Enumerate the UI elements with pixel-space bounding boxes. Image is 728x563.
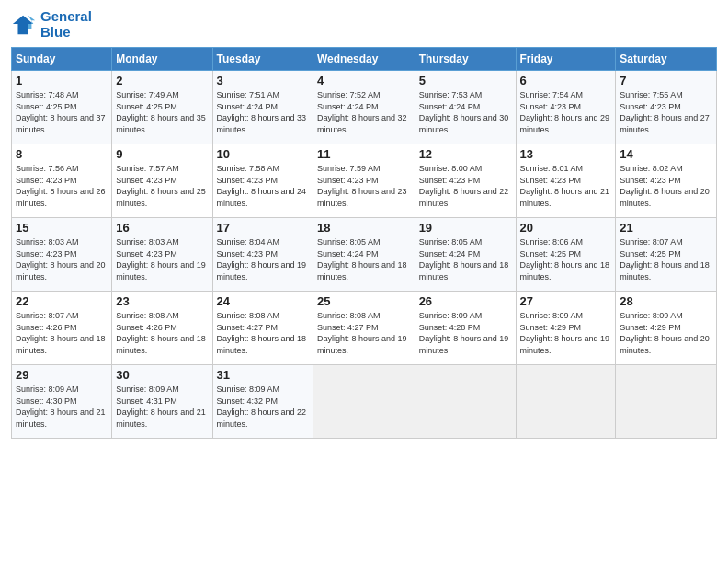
day-number: 8 <box>16 147 108 161</box>
day-number: 5 <box>419 74 512 87</box>
day-info: Sunrise: 7:51 AMSunset: 4:24 PMDaylight:… <box>217 89 309 135</box>
day-number: 21 <box>620 221 712 235</box>
day-number: 12 <box>419 147 512 161</box>
header-cell-friday: Friday <box>516 48 616 71</box>
day-info: Sunrise: 8:07 AMSunset: 4:25 PMDaylight:… <box>620 236 712 282</box>
day-cell: 12Sunrise: 8:00 AMSunset: 4:23 PMDayligh… <box>415 144 516 218</box>
day-number: 29 <box>16 368 108 382</box>
day-cell: 26Sunrise: 8:09 AMSunset: 4:28 PMDayligh… <box>415 292 516 365</box>
week-row-3: 15Sunrise: 8:03 AMSunset: 4:23 PMDayligh… <box>12 218 717 292</box>
day-number: 28 <box>620 294 712 308</box>
day-number: 30 <box>116 368 208 382</box>
day-cell <box>415 365 516 439</box>
header-cell-saturday: Saturday <box>616 48 717 71</box>
day-cell: 23Sunrise: 8:08 AMSunset: 4:26 PMDayligh… <box>112 292 212 365</box>
day-cell: 5Sunrise: 7:53 AMSunset: 4:24 PMDaylight… <box>415 71 516 144</box>
day-info: Sunrise: 8:01 AMSunset: 4:23 PMDaylight:… <box>520 163 612 209</box>
day-number: 14 <box>620 147 712 161</box>
logo-text: General Blue <box>40 9 92 40</box>
day-number: 26 <box>419 294 512 308</box>
day-number: 15 <box>16 221 108 235</box>
day-cell: 14Sunrise: 8:02 AMSunset: 4:23 PMDayligh… <box>616 144 717 218</box>
header-row: SundayMondayTuesdayWednesdayThursdayFrid… <box>12 48 717 71</box>
day-number: 22 <box>16 294 108 308</box>
day-info: Sunrise: 7:49 AMSunset: 4:25 PMDaylight:… <box>116 89 208 135</box>
day-number: 4 <box>317 74 411 87</box>
day-number: 16 <box>116 221 208 235</box>
day-number: 19 <box>419 221 512 235</box>
day-cell: 11Sunrise: 7:59 AMSunset: 4:23 PMDayligh… <box>313 144 415 218</box>
week-row-4: 22Sunrise: 8:07 AMSunset: 4:26 PMDayligh… <box>12 292 717 365</box>
day-number: 13 <box>520 147 612 161</box>
day-cell <box>616 365 717 439</box>
day-cell: 27Sunrise: 8:09 AMSunset: 4:29 PMDayligh… <box>516 292 616 365</box>
header-cell-monday: Monday <box>112 48 212 71</box>
day-info: Sunrise: 8:09 AMSunset: 4:32 PMDaylight:… <box>217 384 309 430</box>
week-row-1: 1Sunrise: 7:48 AMSunset: 4:25 PMDaylight… <box>12 71 717 144</box>
day-info: Sunrise: 8:03 AMSunset: 4:23 PMDaylight:… <box>16 236 108 282</box>
day-cell: 24Sunrise: 8:08 AMSunset: 4:27 PMDayligh… <box>212 292 313 365</box>
day-cell: 16Sunrise: 8:03 AMSunset: 4:23 PMDayligh… <box>112 218 212 292</box>
week-row-2: 8Sunrise: 7:56 AMSunset: 4:23 PMDaylight… <box>12 144 717 218</box>
day-cell: 9Sunrise: 7:57 AMSunset: 4:23 PMDaylight… <box>112 144 212 218</box>
day-info: Sunrise: 8:09 AMSunset: 4:29 PMDaylight:… <box>520 310 612 356</box>
day-cell: 18Sunrise: 8:05 AMSunset: 4:24 PMDayligh… <box>313 218 415 292</box>
day-cell: 29Sunrise: 8:09 AMSunset: 4:30 PMDayligh… <box>12 365 112 439</box>
day-info: Sunrise: 7:59 AMSunset: 4:23 PMDaylight:… <box>317 163 411 209</box>
calendar-table: SundayMondayTuesdayWednesdayThursdayFrid… <box>11 47 717 439</box>
logo-icon <box>11 12 37 38</box>
day-number: 23 <box>116 294 208 308</box>
day-info: Sunrise: 7:52 AMSunset: 4:24 PMDaylight:… <box>317 89 411 135</box>
day-cell: 20Sunrise: 8:06 AMSunset: 4:25 PMDayligh… <box>516 218 616 292</box>
day-info: Sunrise: 8:04 AMSunset: 4:23 PMDaylight:… <box>217 236 309 282</box>
day-cell: 15Sunrise: 8:03 AMSunset: 4:23 PMDayligh… <box>12 218 112 292</box>
day-cell: 30Sunrise: 8:09 AMSunset: 4:31 PMDayligh… <box>112 365 212 439</box>
day-cell <box>313 365 415 439</box>
day-number: 27 <box>520 294 612 308</box>
day-cell: 31Sunrise: 8:09 AMSunset: 4:32 PMDayligh… <box>212 365 313 439</box>
day-info: Sunrise: 8:09 AMSunset: 4:29 PMDaylight:… <box>620 310 712 356</box>
day-number: 17 <box>217 221 309 235</box>
day-number: 25 <box>317 294 411 308</box>
day-cell: 19Sunrise: 8:05 AMSunset: 4:24 PMDayligh… <box>415 218 516 292</box>
day-cell: 10Sunrise: 7:58 AMSunset: 4:23 PMDayligh… <box>212 144 313 218</box>
day-info: Sunrise: 7:55 AMSunset: 4:23 PMDaylight:… <box>620 89 712 135</box>
day-number: 10 <box>217 147 309 161</box>
header-cell-wednesday: Wednesday <box>313 48 415 71</box>
day-info: Sunrise: 8:08 AMSunset: 4:27 PMDaylight:… <box>217 310 309 356</box>
day-info: Sunrise: 7:57 AMSunset: 4:23 PMDaylight:… <box>116 163 208 209</box>
day-cell: 2Sunrise: 7:49 AMSunset: 4:25 PMDaylight… <box>112 71 212 144</box>
day-cell: 17Sunrise: 8:04 AMSunset: 4:23 PMDayligh… <box>212 218 313 292</box>
day-number: 6 <box>520 74 612 87</box>
page-container: General Blue SundayMondayTuesdayWednesda… <box>0 0 728 446</box>
day-number: 20 <box>520 221 612 235</box>
day-info: Sunrise: 7:48 AMSunset: 4:25 PMDaylight:… <box>16 89 108 135</box>
day-info: Sunrise: 7:54 AMSunset: 4:23 PMDaylight:… <box>520 89 612 135</box>
day-info: Sunrise: 8:05 AMSunset: 4:24 PMDaylight:… <box>317 236 411 282</box>
header: General Blue <box>11 9 717 40</box>
day-number: 1 <box>16 74 108 87</box>
day-cell: 3Sunrise: 7:51 AMSunset: 4:24 PMDaylight… <box>212 71 313 144</box>
day-number: 9 <box>116 147 208 161</box>
day-number: 2 <box>116 74 208 87</box>
day-cell: 7Sunrise: 7:55 AMSunset: 4:23 PMDaylight… <box>616 71 717 144</box>
day-info: Sunrise: 8:03 AMSunset: 4:23 PMDaylight:… <box>116 236 208 282</box>
day-info: Sunrise: 8:02 AMSunset: 4:23 PMDaylight:… <box>620 163 712 209</box>
day-info: Sunrise: 7:58 AMSunset: 4:23 PMDaylight:… <box>217 163 309 209</box>
day-info: Sunrise: 8:09 AMSunset: 4:28 PMDaylight:… <box>419 310 512 356</box>
week-row-5: 29Sunrise: 8:09 AMSunset: 4:30 PMDayligh… <box>12 365 717 439</box>
day-number: 31 <box>217 368 309 382</box>
day-info: Sunrise: 8:06 AMSunset: 4:25 PMDaylight:… <box>520 236 612 282</box>
day-cell: 8Sunrise: 7:56 AMSunset: 4:23 PMDaylight… <box>12 144 112 218</box>
day-number: 11 <box>317 147 411 161</box>
day-info: Sunrise: 8:08 AMSunset: 4:27 PMDaylight:… <box>317 310 411 356</box>
day-cell: 6Sunrise: 7:54 AMSunset: 4:23 PMDaylight… <box>516 71 616 144</box>
day-cell: 28Sunrise: 8:09 AMSunset: 4:29 PMDayligh… <box>616 292 717 365</box>
day-number: 24 <box>217 294 309 308</box>
day-info: Sunrise: 8:09 AMSunset: 4:31 PMDaylight:… <box>116 384 208 430</box>
day-cell: 22Sunrise: 8:07 AMSunset: 4:26 PMDayligh… <box>12 292 112 365</box>
day-info: Sunrise: 7:56 AMSunset: 4:23 PMDaylight:… <box>16 163 108 209</box>
day-number: 18 <box>317 221 411 235</box>
day-info: Sunrise: 7:53 AMSunset: 4:24 PMDaylight:… <box>419 89 512 135</box>
day-cell: 21Sunrise: 8:07 AMSunset: 4:25 PMDayligh… <box>616 218 717 292</box>
